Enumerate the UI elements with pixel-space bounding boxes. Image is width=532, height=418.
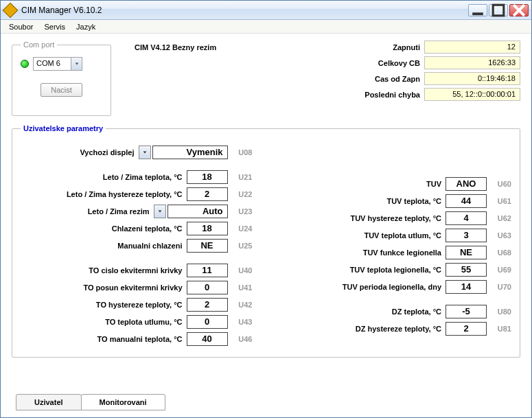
param-code: U46 <box>228 335 253 343</box>
param-label: Chlazeni teplota, °C <box>21 224 187 233</box>
load-button[interactable]: Nacist <box>41 83 82 97</box>
chevron-down-icon <box>157 209 163 214</box>
dropdown-button[interactable] <box>154 205 166 218</box>
chyba-value: 55, 12::0::00:00:01 <box>424 88 520 101</box>
param-input[interactable]: 18 <box>187 222 228 235</box>
param-row: DZ hystereze teploty, °C2U81 <box>280 321 512 336</box>
param-row: TO teplota utlumu, °C0U43 <box>21 314 253 329</box>
window-title: CIM Manager V6.10.2 <box>20 5 468 15</box>
menu-jazyk[interactable]: Jazyk <box>71 21 101 32</box>
param-code: U68 <box>487 248 511 257</box>
param-input[interactable]: 55 <box>446 263 487 277</box>
params-legend: Uzivatelske parametry <box>21 124 106 132</box>
menu-soubor[interactable]: Soubor <box>3 21 38 32</box>
param-input[interactable]: 2 <box>187 298 228 312</box>
param-input[interactable]: -5 <box>446 305 487 318</box>
param-label: Leto / Zima rezim <box>21 207 154 216</box>
connection-led-icon <box>21 60 29 68</box>
param-input[interactable]: 14 <box>446 280 487 294</box>
param-row: Leto / Zima teplota, °C18U21 <box>21 170 253 185</box>
params-columns: Vychozi displejVymenikU08Leto / Zima tep… <box>21 145 511 349</box>
maximize-icon <box>489 1 507 19</box>
params-fieldset: Uzivatelske parametry Vychozi displejVym… <box>12 124 520 358</box>
param-row: Manualni chlazeniNEU25 <box>21 238 253 253</box>
param-input[interactable]: 18 <box>187 170 228 184</box>
param-label: TO posun ekvitermni krivky <box>21 283 187 292</box>
param-label: TUV teplota legionella, °C <box>280 266 446 274</box>
chyba-label: Posledni chyba <box>365 91 420 99</box>
param-input[interactable]: 3 <box>446 229 487 242</box>
param-input[interactable]: 2 <box>446 322 487 336</box>
param-input[interactable]: Auto <box>167 205 228 218</box>
content-area: Com port COM 6 Nacist CIM V4.12 Bezny re… <box>1 34 531 417</box>
param-input[interactable]: 0 <box>187 281 228 294</box>
top-row: Com port COM 6 Nacist CIM V4.12 Bezny re… <box>12 40 520 116</box>
chevron-down-icon <box>142 150 148 155</box>
menu-servis[interactable]: Servis <box>38 21 71 32</box>
param-code: U22 <box>228 190 253 198</box>
params-col-left: Vychozi displejVymenikU08Leto / Zima tep… <box>21 145 253 349</box>
param-input[interactable]: 0 <box>187 315 228 329</box>
param-code: U81 <box>487 325 511 333</box>
param-input[interactable]: ANO <box>446 177 487 191</box>
param-row: TO hystereze teploty, °C2U42 <box>21 297 253 312</box>
param-code: U21 <box>228 173 253 181</box>
param-label: TUV teplota utlum, °C <box>280 231 446 240</box>
param-code: U63 <box>487 231 511 240</box>
param-code: U24 <box>228 224 253 233</box>
close-button[interactable] <box>509 4 529 16</box>
celkovy-value: 1626:33 <box>424 56 520 69</box>
param-code: U43 <box>228 318 253 326</box>
param-code: U69 <box>487 266 511 274</box>
param-code: U08 <box>228 148 253 156</box>
window-buttons <box>468 4 529 16</box>
svg-rect-1 <box>493 5 504 16</box>
param-row: TO manualni teplota, °C40U46 <box>21 332 253 347</box>
param-label: TUV hystereze teploty, °C <box>280 214 446 222</box>
param-input[interactable]: Vymenik <box>152 146 228 159</box>
param-row: TO posun ekvitermni krivky0U41 <box>21 280 253 295</box>
cas-label: Cas od Zapn <box>375 75 420 83</box>
titlebar: CIM Manager V6.10.2 <box>1 1 531 20</box>
top-right-panel: CIM V4.12 Bezny rezim Zapnuti 12 Celkovy… <box>119 40 520 116</box>
param-row: TUV teplota, °C44U61 <box>280 194 512 209</box>
comport-legend: Com port <box>21 40 57 49</box>
param-input[interactable]: NE <box>187 239 228 253</box>
param-label: Vychozi displej <box>21 148 139 156</box>
param-code: U60 <box>487 180 511 188</box>
param-code: U42 <box>228 301 253 309</box>
minimize-icon <box>469 1 487 19</box>
param-code: U40 <box>228 266 253 275</box>
param-input[interactable]: 40 <box>187 332 228 346</box>
cas-value: 0::19:46:18 <box>424 72 520 85</box>
comport-fieldset: Com port COM 6 Nacist <box>12 40 111 116</box>
app-icon <box>3 2 19 18</box>
param-input[interactable]: 2 <box>187 187 228 201</box>
param-label: TUV funkce legionella <box>280 248 446 257</box>
celkovy-label: Celkovy CB <box>378 59 420 67</box>
param-row: TO cislo ekvitermni krivky11U40 <box>21 263 253 278</box>
param-label: TUV teplota, °C <box>280 197 446 205</box>
param-label: TO cislo ekvitermni krivky <box>21 266 187 275</box>
param-input[interactable]: 4 <box>446 211 487 225</box>
minimize-button[interactable] <box>468 4 487 16</box>
param-label: TO teplota utlumu, °C <box>21 318 187 326</box>
comport-select[interactable]: COM 6 <box>33 57 82 71</box>
param-row: DZ teplota, °C-5U80 <box>280 304 512 319</box>
maximize-button[interactable] <box>489 4 508 16</box>
dropdown-button[interactable] <box>139 146 151 159</box>
params-col-right: TUVANOU60TUV teplota, °C44U61TUV hystere… <box>280 145 512 349</box>
tab-uzivatel[interactable]: Uzivatel <box>16 394 82 410</box>
param-input[interactable]: 44 <box>446 194 487 208</box>
tab-monitorovani[interactable]: Monitorovani <box>81 394 165 410</box>
param-label: TUV <box>280 180 446 188</box>
param-row: TUV teplota utlum, °C3U63 <box>280 228 512 243</box>
param-input[interactable]: NE <box>446 246 487 259</box>
param-label: DZ hystereze teploty, °C <box>280 325 446 333</box>
bottom-tabs: Uzivatel Monitorovani <box>16 394 165 410</box>
param-row: TUVANOU60 <box>280 176 512 191</box>
app-window: CIM Manager V6.10.2 Soubor Servis Jazyk … <box>0 0 532 418</box>
zapnuti-value: 12 <box>424 40 520 54</box>
chevron-down-icon <box>71 58 82 70</box>
param-input[interactable]: 11 <box>187 264 228 277</box>
